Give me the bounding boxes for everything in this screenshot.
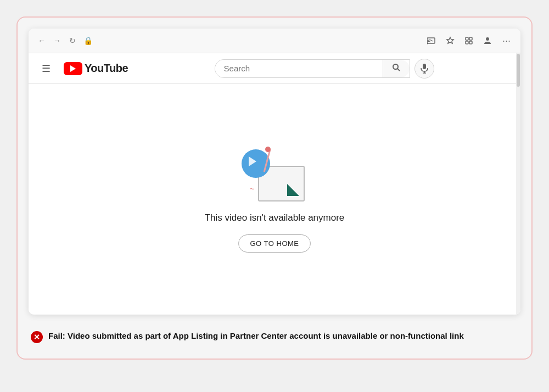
svg-rect-5 [466, 41, 468, 44]
browser-scrollbar-thumb[interactable] [517, 54, 520, 87]
youtube-main-content: ~ This video isn't available anymore GO … [29, 84, 520, 315]
error-illustration: ~ [239, 147, 310, 201]
svg-rect-4 [469, 37, 472, 40]
svg-point-7 [486, 37, 489, 41]
favorites-icon[interactable] [442, 33, 458, 48]
cast-icon[interactable] [424, 33, 439, 48]
youtube-search-input[interactable] [215, 60, 383, 77]
browser-content-area: ☰ YouTube [29, 53, 520, 315]
youtube-logo-text: YouTube [85, 62, 128, 75]
forward-button[interactable]: → [51, 34, 64, 47]
browser-nav-buttons: ← → ↻ 🔒 [35, 34, 94, 47]
youtube-search-bar [215, 59, 410, 78]
fail-icon: ✕ [31, 331, 43, 343]
browser-menu-icon[interactable]: ⋯ [498, 33, 514, 48]
youtube-header: ☰ YouTube [29, 53, 520, 84]
refresh-button[interactable]: ↻ [66, 34, 79, 47]
youtube-menu-icon[interactable]: ☰ [37, 58, 55, 79]
error-message: This video isn't available anymore [205, 212, 345, 223]
fail-message-container: ✕ Fail: Video submitted as part of App L… [29, 326, 520, 348]
youtube-mic-button[interactable] [414, 59, 434, 79]
illus-squiggle: ~ [250, 184, 254, 193]
svg-line-9 [397, 69, 400, 71]
fail-text: Fail: Video submitted as part of App Lis… [48, 330, 464, 343]
fail-text-bold: Fail: Video submitted as part of App Lis… [48, 331, 464, 340]
svg-rect-10 [423, 64, 426, 69]
svg-marker-2 [447, 37, 453, 43]
youtube-search-area [215, 59, 434, 79]
illus-play-overlay [249, 156, 256, 166]
outer-wrapper: ← → ↻ 🔒 [16, 16, 533, 360]
error-content: ~ This video isn't available anymore GO … [183, 125, 367, 275]
browser-scrollbar[interactable] [516, 53, 520, 315]
extensions-icon[interactable] [461, 33, 477, 48]
back-button[interactable]: ← [35, 34, 48, 47]
svg-rect-6 [469, 41, 472, 44]
youtube-search-button[interactable] [383, 60, 410, 77]
browser-icons-right: ⋯ [424, 33, 514, 48]
svg-rect-3 [466, 37, 468, 40]
svg-point-8 [393, 64, 398, 69]
youtube-logo-icon [64, 62, 82, 75]
go-to-home-button[interactable]: GO TO HOME [238, 234, 310, 253]
lock-button[interactable]: 🔒 [81, 34, 94, 47]
browser-toolbar: ← → ↻ 🔒 [29, 29, 520, 53]
youtube-logo[interactable]: YouTube [64, 62, 128, 75]
svg-point-1 [427, 43, 428, 44]
browser-window: ← → ↻ 🔒 [29, 29, 520, 315]
profile-icon[interactable] [480, 33, 495, 48]
illus-triangle [287, 184, 299, 196]
illus-dot [265, 147, 271, 152]
